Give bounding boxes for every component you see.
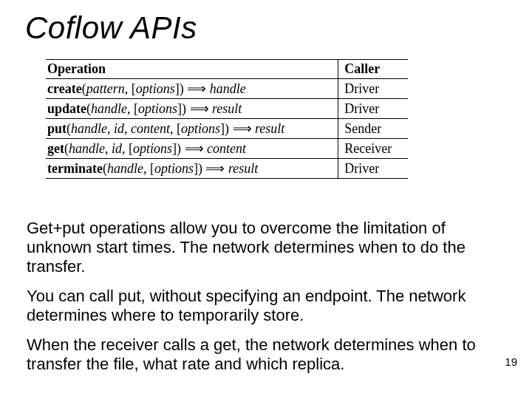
operation-cell: terminate(handle, [options]) ⟹ result [46,159,338,179]
table-row: terminate(handle, [options]) ⟹ resultDri… [46,159,408,179]
paragraph-3: When the receiver calls a get, the netwo… [27,335,499,374]
operation-cell: get(handle, id, [options]) ⟹ content [46,139,338,159]
slide-title: Coflow APIs [25,10,197,46]
col-operation: Operation [46,60,338,79]
caller-cell: Receiver [338,139,408,159]
table-row: update(handle, [options]) ⟹ resultDriver [46,99,408,119]
col-caller: Caller [338,60,408,79]
api-table: Operation Caller create(pattern, [option… [46,59,408,179]
operation-cell: create(pattern, [options]) ⟹ handle [46,79,338,99]
page-number: 19 [505,355,517,368]
caller-cell: Driver [338,99,408,119]
table-row: put(handle, id, content, [options]) ⟹ re… [46,119,408,139]
table-row: create(pattern, [options]) ⟹ handleDrive… [46,79,408,99]
operation-cell: put(handle, id, content, [options]) ⟹ re… [46,119,338,139]
operation-cell: update(handle, [options]) ⟹ result [46,99,338,119]
caller-cell: Driver [338,79,408,99]
caller-cell: Sender [338,119,408,139]
slide: Coflow APIs Operation Caller create(patt… [0,0,532,399]
table-header-row: Operation Caller [46,60,408,79]
caller-cell: Driver [338,159,408,179]
paragraph-2: You can call put, without specifying an … [27,287,499,325]
paragraph-1: Get+put operations allow you to overcome… [27,219,499,276]
table-row: get(handle, id, [options]) ⟹ contentRece… [46,139,408,159]
